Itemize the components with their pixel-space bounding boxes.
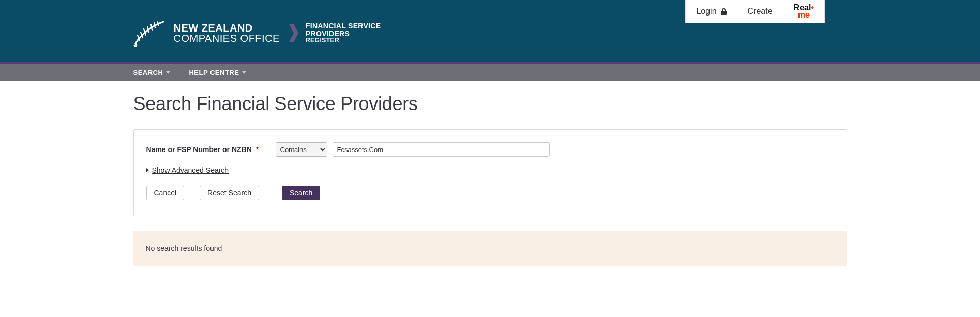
chevron-right-icon <box>289 24 298 42</box>
no-results-message: No search results found <box>133 231 847 266</box>
lock-icon <box>721 8 727 15</box>
required-mark: * <box>256 145 259 154</box>
match-type-select[interactable]: Contains <box>276 142 327 157</box>
site-line2: PROVIDERS <box>306 30 381 38</box>
site-text: FINANCIAL SERVICE PROVIDERS REGISTER <box>306 22 381 44</box>
brand-line2: COMPANIES OFFICE <box>174 33 280 43</box>
fern-logo-icon <box>133 20 167 47</box>
chevron-down-icon <box>242 71 246 74</box>
button-row: Cancel Reset Search Search <box>146 186 834 200</box>
primary-nav: SEARCH HELP CENTRE <box>0 64 980 81</box>
login-label: Login <box>696 7 716 16</box>
search-button[interactable]: Search <box>282 186 320 200</box>
reset-search-button[interactable]: Reset Search <box>200 186 259 200</box>
nav-help-centre[interactable]: HELP CENTRE <box>189 69 246 77</box>
page-title: Search Financial Service Providers <box>133 93 847 115</box>
brand-line1: NEW ZEALAND <box>174 23 280 33</box>
svg-line-6 <box>158 22 158 26</box>
brand-text: NEW ZEALAND COMPANIES OFFICE <box>174 23 280 43</box>
realme-dot: • <box>811 3 814 12</box>
site-line1: FINANCIAL SERVICE <box>306 22 381 30</box>
secondary-buttons: Cancel Reset Search <box>146 186 259 200</box>
create-link[interactable]: Create <box>737 0 783 23</box>
realme-bottom: me <box>798 11 810 19</box>
svg-line-3 <box>147 26 149 33</box>
search-input[interactable] <box>333 142 550 157</box>
chevron-down-icon <box>166 71 170 74</box>
show-advanced-search-link[interactable]: Show Advanced Search <box>146 166 229 174</box>
nav-search-label: SEARCH <box>133 69 163 77</box>
nav-search[interactable]: SEARCH <box>133 69 171 77</box>
svg-line-5 <box>154 23 155 28</box>
search-field-label: Name or FSP Number or NZBN * <box>146 145 276 154</box>
cancel-button[interactable]: Cancel <box>146 186 185 200</box>
advanced-label: Show Advanced Search <box>152 166 229 174</box>
search-panel: Name or FSP Number or NZBN * Contains Sh… <box>133 129 847 216</box>
svg-marker-7 <box>289 24 298 42</box>
create-label: Create <box>748 7 773 16</box>
main-content: Search Financial Service Providers Name … <box>123 81 857 286</box>
top-right-panel: Login Create Real• me <box>685 0 825 23</box>
site-header: Login Create Real• me <box>0 0 980 62</box>
label-text: Name or FSP Number or NZBN <box>146 145 252 154</box>
realme-link[interactable]: Real• me <box>783 0 824 23</box>
nav-help-label: HELP CENTRE <box>189 69 239 77</box>
svg-line-4 <box>151 24 152 30</box>
search-field-row: Name or FSP Number or NZBN * Contains <box>146 142 834 157</box>
login-link[interactable]: Login <box>686 0 736 23</box>
site-line3: REGISTER <box>306 37 381 44</box>
chevron-right-icon <box>146 168 149 172</box>
